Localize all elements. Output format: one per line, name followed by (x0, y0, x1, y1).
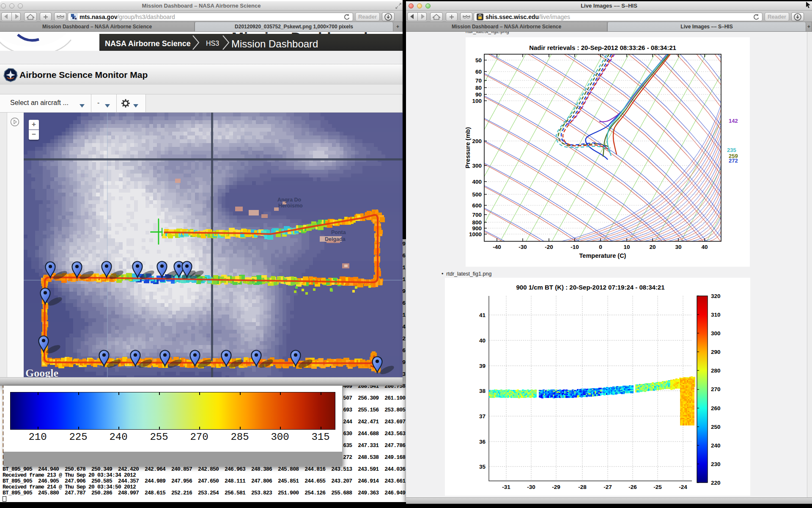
svg-text:230: 230 (711, 461, 721, 467)
svg-text:-26: -26 (628, 484, 637, 490)
svg-text:-27: -27 (604, 484, 612, 490)
svg-text:35: 35 (479, 464, 486, 470)
svg-text:900 1/cm BT (K) : 20-Sep-2012: 900 1/cm BT (K) : 20-Sep-2012 07:19:24 -… (516, 284, 664, 291)
svg-text:-29: -29 (552, 484, 560, 490)
svg-text:-28: -28 (578, 484, 587, 490)
svg-text:Google: Google (25, 367, 58, 377)
svg-text:600: 600 (472, 202, 482, 209)
svg-text:Pressure (mb): Pressure (mb) (466, 127, 471, 168)
svg-text:41: 41 (479, 312, 486, 318)
svg-text:-30: -30 (518, 244, 527, 250)
svg-text:-31: -31 (502, 484, 510, 490)
svg-text:70: 70 (475, 77, 482, 84)
svg-text:-40: -40 (493, 244, 501, 250)
svg-text:Delgada: Delgada (325, 236, 346, 242)
svg-text:60: 60 (475, 69, 482, 75)
svg-text:39: 39 (479, 363, 486, 369)
svg-text:Angra Do: Angra Do (277, 197, 302, 203)
svg-text:240: 240 (711, 442, 721, 449)
svg-text:-25: -25 (653, 484, 662, 490)
svg-text:270: 270 (711, 386, 721, 392)
svg-text:38: 38 (479, 388, 486, 394)
svg-text:280: 280 (711, 367, 721, 374)
svg-text:500: 500 (472, 191, 482, 198)
svg-text:36: 36 (479, 439, 486, 445)
svg-text:200: 200 (472, 138, 482, 144)
svg-text:250: 250 (711, 424, 721, 430)
svg-text:20: 20 (649, 244, 656, 250)
svg-text:300: 300 (711, 330, 721, 337)
svg-text:310: 310 (711, 312, 721, 318)
svg-text:40: 40 (479, 337, 486, 344)
svg-text:142: 142 (729, 118, 738, 124)
svg-text:-30: -30 (527, 484, 535, 490)
svg-text:235: 235 (727, 147, 736, 153)
svg-text:900: 900 (472, 225, 482, 232)
svg-text:320: 320 (711, 293, 721, 299)
svg-text:0: 0 (599, 244, 602, 250)
svg-text:80: 80 (475, 85, 482, 91)
svg-text:37: 37 (479, 413, 486, 420)
svg-text:-10: -10 (571, 244, 579, 250)
svg-text:300: 300 (472, 163, 482, 169)
svg-text:Temperature (C): Temperature (C) (579, 252, 626, 259)
svg-text:220: 220 (711, 480, 721, 486)
svg-text:260: 260 (711, 405, 721, 411)
svg-text:400: 400 (472, 179, 482, 185)
svg-text:272: 272 (729, 157, 738, 164)
svg-text:Heroismo: Heroismo (278, 203, 303, 209)
svg-text:-20: -20 (545, 244, 553, 250)
svg-text:100: 100 (472, 98, 482, 104)
svg-text:800: 800 (472, 219, 482, 226)
svg-text:30: 30 (675, 244, 681, 250)
svg-text:290: 290 (711, 349, 721, 355)
svg-text:1000: 1000 (469, 231, 482, 237)
svg-text:-24: -24 (679, 484, 687, 490)
svg-text:10: 10 (623, 244, 630, 250)
svg-text:50: 50 (475, 57, 482, 64)
svg-text:Nadir retrievals : 20-Sep-2012: Nadir retrievals : 20-Sep-2012 08:33:26 … (529, 44, 676, 51)
svg-text:Ponta: Ponta (331, 229, 346, 235)
svg-text:90: 90 (475, 91, 482, 98)
svg-text:700: 700 (472, 212, 482, 218)
svg-text:40: 40 (701, 244, 708, 250)
